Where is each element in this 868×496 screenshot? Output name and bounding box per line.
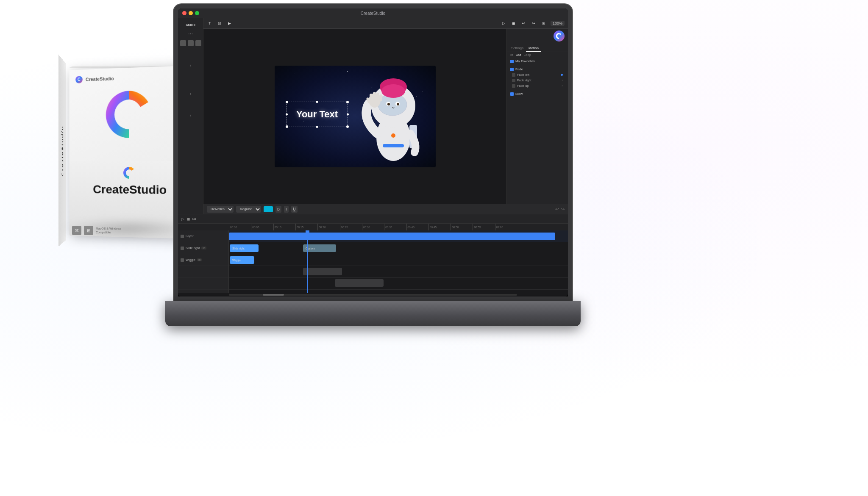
sidebar-chevron-right[interactable]: › bbox=[190, 91, 191, 96]
ruler-tick-11: 00:55 bbox=[473, 224, 495, 230]
loop-btn[interactable]: Loop bbox=[524, 53, 531, 57]
timeline-controls: ▷ ◼ ⏮ bbox=[178, 214, 568, 224]
canvas-text-content[interactable]: Your Text bbox=[296, 109, 338, 120]
box-corner-brand: CreateStudio bbox=[86, 76, 114, 82]
toolbar-zoom[interactable]: 100% bbox=[551, 21, 565, 26]
minimize-button[interactable] bbox=[189, 11, 193, 15]
box-badges: ⌘ ⊞ MacOS & Windows Compatible bbox=[72, 226, 121, 235]
cs-big-logo bbox=[102, 86, 157, 142]
svg-text:C: C bbox=[78, 77, 81, 82]
ruler-tick-2: 00:10 bbox=[273, 224, 295, 230]
timeline-labels: Layer Slide right In Wiggle In bbox=[178, 230, 229, 293]
astronaut-character bbox=[359, 70, 427, 163]
content-area: T ⊡ ▶ ▷ ◼ ↩ ↪ ⊞ 100% bbox=[203, 18, 568, 214]
box-corner-logo: C CreateStudio bbox=[75, 74, 114, 84]
toolbar-btn-stop[interactable]: ◼ bbox=[510, 21, 517, 26]
title-bar: CreateStudio bbox=[178, 8, 568, 18]
fade-right-label: Fade right bbox=[517, 78, 531, 82]
astronaut-svg bbox=[359, 70, 427, 163]
clip-custom[interactable]: Custom bbox=[303, 244, 336, 252]
sidebar-chevron-down[interactable]: › bbox=[190, 63, 191, 68]
sidebar-icon-2[interactable] bbox=[188, 40, 194, 46]
clip-wiggle-label: Wiggle bbox=[232, 259, 241, 262]
in-btn[interactable]: In bbox=[510, 53, 513, 57]
clip-gray2[interactable] bbox=[335, 279, 384, 287]
compatibility-text: MacOS & Windows Compatible bbox=[96, 227, 121, 234]
tl-rewind-btn[interactable]: ⏮ bbox=[192, 217, 196, 221]
app-ui: CreateStudio Studio ··· › › › bbox=[178, 8, 568, 296]
timeline-ruler: 00:00 00:05 00:10 00:15 00:20 00:25 00:3… bbox=[178, 224, 568, 230]
toolbar-btn-back[interactable]: ↩ bbox=[520, 21, 527, 26]
ruler-tick-4: 00:20 bbox=[317, 224, 339, 230]
clip-wiggle[interactable]: Wiggle bbox=[230, 256, 254, 264]
compatible-label: Compatible bbox=[96, 230, 121, 234]
fado-folder-icon bbox=[510, 68, 514, 71]
italic-button[interactable]: I bbox=[284, 206, 289, 213]
maximize-button[interactable] bbox=[195, 11, 199, 15]
scrollbar-thumb[interactable] bbox=[263, 294, 284, 296]
close-button[interactable] bbox=[182, 11, 186, 15]
fade-right-item[interactable]: Fade right › bbox=[510, 78, 565, 83]
fado-label: Fado bbox=[515, 67, 523, 71]
center-row: Your Text bbox=[203, 29, 568, 204]
fade-up-item[interactable]: Fade up › bbox=[510, 83, 565, 89]
track-icon-wiggle bbox=[181, 258, 184, 262]
sidebar-icon-row bbox=[180, 40, 201, 46]
clip-slide[interactable]: Slide right bbox=[230, 244, 259, 252]
clip-main[interactable] bbox=[229, 233, 555, 240]
track-label-slide[interactable]: Slide right In bbox=[178, 242, 228, 254]
track-row-1 bbox=[229, 242, 568, 254]
svg-rect-14 bbox=[370, 94, 373, 101]
text-box-selection[interactable]: Your Text bbox=[287, 102, 348, 127]
canvas-area: Your Text bbox=[203, 29, 506, 204]
fade-left-item[interactable]: Fade left bbox=[510, 72, 565, 78]
favorites-folder-icon bbox=[510, 60, 514, 63]
font-weight-select[interactable]: Regular bbox=[236, 206, 261, 213]
track-tag-slide: In bbox=[201, 247, 206, 249]
handle-mr bbox=[347, 113, 349, 115]
bold-button[interactable]: B bbox=[275, 206, 281, 213]
tab-motion[interactable]: Motion bbox=[526, 45, 541, 52]
traffic-lights bbox=[182, 11, 199, 15]
tab-settings[interactable]: Settings bbox=[509, 45, 526, 52]
toolbar-btn-image[interactable]: ⊡ bbox=[216, 21, 223, 26]
ruler-tick-7: 00:35 bbox=[384, 224, 406, 230]
cs-mini-icon: C bbox=[75, 75, 83, 84]
toolbar-btn-t[interactable]: T bbox=[207, 21, 213, 26]
sidebar-more[interactable]: ··· bbox=[188, 30, 193, 37]
track-name-main: Layer bbox=[186, 234, 194, 238]
timeline-tracks[interactable]: Slide right Custom Wiggle bbox=[229, 230, 568, 293]
toolbar-btn-fwd[interactable]: ↪ bbox=[530, 21, 537, 26]
text-color-picker[interactable] bbox=[264, 206, 273, 212]
toolbar-btn-grid[interactable]: ⊞ bbox=[540, 21, 547, 26]
underline-button[interactable]: U̲ bbox=[291, 206, 298, 213]
redo-button[interactable]: ↪ bbox=[561, 207, 565, 211]
sidebar-tab-studio[interactable]: Studio bbox=[182, 21, 199, 28]
canvas-preview: Your Text bbox=[275, 66, 436, 167]
sidebar-icon-1[interactable] bbox=[180, 40, 186, 46]
track-name-wiggle: Wiggle bbox=[186, 258, 195, 262]
svg-rect-17 bbox=[379, 94, 382, 101]
laptop-screen-bezel: CreateStudio Studio ··· › › › bbox=[174, 4, 572, 301]
track-tag-wiggle: In bbox=[197, 258, 202, 261]
undo-button[interactable]: ↩ bbox=[555, 207, 559, 211]
handle-bl bbox=[286, 125, 288, 128]
tl-stop-btn[interactable]: ◼ bbox=[187, 217, 190, 221]
sidebar-chevron-right-2[interactable]: › bbox=[190, 113, 191, 118]
ruler-tick-1: 00:05 bbox=[251, 224, 273, 230]
toolbar-btn-video[interactable]: ▶ bbox=[226, 21, 233, 26]
clip-slide-label: Slide right bbox=[232, 247, 245, 250]
sidebar-icon-3[interactable] bbox=[195, 40, 201, 46]
scrollbar-track[interactable] bbox=[229, 294, 517, 296]
tl-play-btn[interactable]: ▷ bbox=[181, 217, 184, 221]
clip-gray1[interactable] bbox=[303, 268, 342, 275]
in-out-loop-controls: In Out Loop bbox=[507, 52, 568, 58]
track-row-2 bbox=[229, 254, 568, 266]
toolbar-btn-play[interactable]: ▷ bbox=[501, 21, 507, 26]
out-btn[interactable]: Out bbox=[516, 53, 521, 57]
svg-rect-16 bbox=[376, 93, 379, 100]
track-label-wiggle[interactable]: Wiggle In bbox=[178, 254, 228, 266]
font-family-select[interactable]: Helvetica bbox=[207, 206, 234, 213]
main-toolbar: T ⊡ ▶ ▷ ◼ ↩ ↪ ⊞ 100% bbox=[203, 18, 568, 29]
handle-tr bbox=[346, 101, 349, 103]
